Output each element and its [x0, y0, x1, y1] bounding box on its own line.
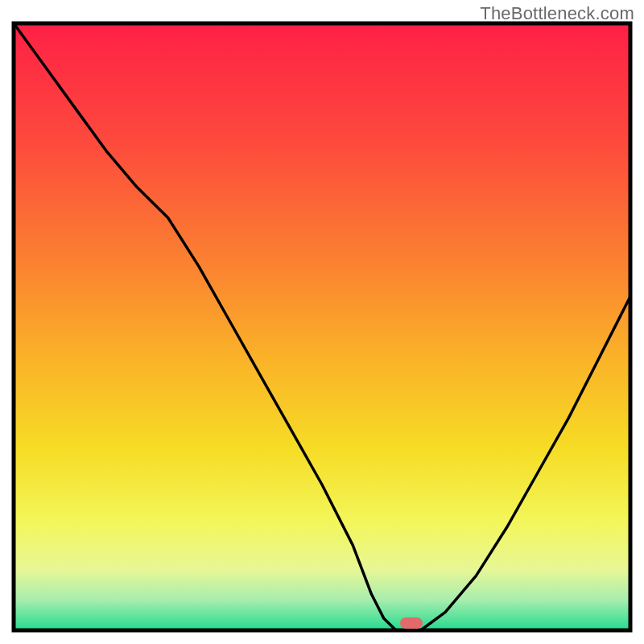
selected-point-marker: [400, 617, 423, 629]
bottleneck-chart: [11, 21, 633, 633]
plot-background: [14, 23, 630, 630]
watermark-text: TheBottleneck.com: [480, 3, 634, 24]
chart-container: TheBottleneck.com: [0, 0, 644, 644]
